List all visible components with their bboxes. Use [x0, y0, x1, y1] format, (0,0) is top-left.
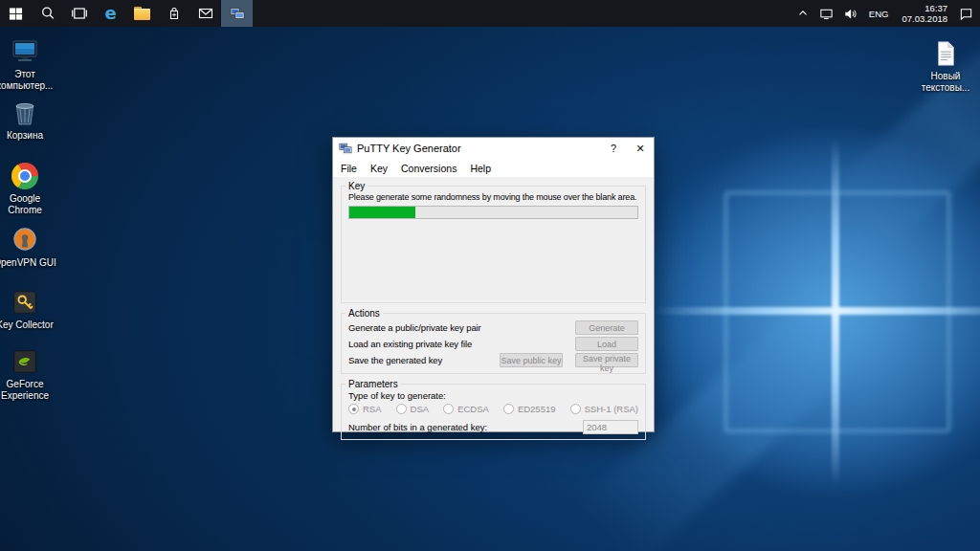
- radio-dsa[interactable]: DSA: [396, 404, 430, 414]
- taskbar-edge-button[interactable]: e: [95, 0, 126, 27]
- desktop-icon-geforce-experience[interactable]: GeForce Experience: [0, 346, 59, 401]
- key-progress-bar: [348, 206, 638, 219]
- window-help-button[interactable]: ?: [600, 138, 627, 159]
- radio-label: DSA: [411, 404, 430, 414]
- taskbar-store-button[interactable]: [158, 0, 189, 27]
- key-type-label: Type of key to generate:: [348, 390, 638, 401]
- taskbar-empty-space: [253, 0, 791, 27]
- volume-tray-button[interactable]: [838, 0, 862, 27]
- desktop-icon-new-text-document[interactable]: Новый текстовы...: [911, 38, 980, 93]
- taskbar-puttygen-button[interactable]: [221, 0, 253, 27]
- taskbar: e: [0, 0, 980, 27]
- screen: Этот компьютер... Корзина Google Chrome …: [0, 0, 980, 551]
- generate-button[interactable]: Generate: [575, 320, 638, 335]
- puttygen-window: PuTTY Key Generator ? ✕ File Key Convers…: [332, 137, 655, 432]
- file-explorer-icon: [134, 7, 150, 20]
- system-tray: ENG 16:37 07.03.2018: [791, 0, 980, 27]
- desktop-icon-label: Key Collector: [0, 320, 54, 331]
- edge-icon: e: [104, 6, 116, 21]
- text-document-icon: [930, 38, 961, 69]
- save-label: Save the generated key: [348, 355, 442, 365]
- titlebar[interactable]: PuTTY Key Generator ? ✕: [333, 138, 654, 159]
- radio-rsa[interactable]: RSA: [348, 404, 382, 414]
- radio-label: SSH-1 (RSA): [585, 404, 638, 414]
- search-button[interactable]: [32, 0, 63, 27]
- save-public-key-button[interactable]: Save public key: [500, 353, 563, 367]
- windows-wallpaper-logo: [724, 191, 950, 432]
- menu-key[interactable]: Key: [364, 159, 394, 177]
- action-center-button[interactable]: [954, 0, 978, 27]
- desktop-icon-google-chrome[interactable]: Google Chrome: [0, 161, 59, 215]
- actions-group: Actions Generate a public/private key pa…: [341, 308, 646, 374]
- start-button[interactable]: [0, 0, 32, 27]
- desktop-icon-label: Google Chrome: [0, 193, 58, 215]
- puttygen-icon: [230, 6, 245, 21]
- openvpn-icon: [10, 225, 40, 255]
- action-row-load: Load an existing private key file Load: [348, 336, 638, 352]
- window-client-area: Key Please generate some randomness by m…: [333, 177, 654, 446]
- action-row-generate: Generate a public/private key pair Gener…: [348, 320, 638, 336]
- desktop-icon-label: Новый текстовы...: [912, 71, 979, 93]
- desktop-icon-recycle-bin[interactable]: Корзина: [0, 98, 59, 142]
- this-pc-icon: [10, 36, 40, 67]
- radio-dot: [396, 404, 407, 414]
- radio-ed25519[interactable]: ED25519: [503, 404, 556, 414]
- bits-label: Number of bits in a generated key:: [348, 422, 487, 432]
- action-center-icon: [959, 7, 973, 21]
- radio-dot: [503, 404, 514, 414]
- randomness-area[interactable]: [348, 219, 638, 294]
- desktop-icon-this-pc[interactable]: Этот компьютер...: [0, 36, 59, 91]
- menu-file[interactable]: File: [334, 159, 364, 177]
- task-view-button[interactable]: [63, 0, 95, 27]
- clock-date: 07.03.2018: [902, 13, 947, 24]
- desktop-icon-openvpn-gui[interactable]: OpenVPN GUI: [0, 225, 59, 269]
- show-hidden-icons-button[interactable]: [791, 0, 814, 27]
- menubar: File Key Conversions Help: [333, 159, 654, 177]
- save-private-key-button[interactable]: Save private key: [575, 353, 638, 367]
- radio-ssh1-rsa[interactable]: SSH-1 (RSA): [570, 404, 638, 414]
- load-label: Load an existing private key file: [348, 339, 472, 349]
- radio-dot: [443, 404, 454, 414]
- chrome-icon: [10, 161, 40, 191]
- actions-group-label: Actions: [345, 308, 383, 319]
- taskbar-clock[interactable]: 16:37 07.03.2018: [895, 0, 954, 27]
- task-view-icon: [72, 6, 87, 21]
- puttygen-window-icon: [339, 142, 352, 155]
- radio-label: RSA: [363, 404, 382, 414]
- desktop-icon-label: OpenVPN GUI: [0, 257, 56, 269]
- radio-ecdsa[interactable]: ECDSA: [443, 404, 489, 414]
- generate-label: Generate a public/private key pair: [348, 322, 481, 333]
- randomness-instruction: Please generate some randomness by movin…: [348, 192, 638, 202]
- desktop-icon-label: Этот компьютер...: [0, 69, 58, 91]
- bits-row: Number of bits in a generated key:: [348, 420, 638, 434]
- menu-conversions[interactable]: Conversions: [394, 159, 463, 177]
- radio-label: ED25519: [518, 404, 556, 414]
- taskbar-mail-button[interactable]: [189, 0, 221, 27]
- window-close-button[interactable]: ✕: [627, 138, 654, 159]
- network-icon: [819, 7, 834, 21]
- radio-dot: [348, 404, 359, 414]
- radio-dot: [570, 404, 581, 414]
- progress-fill: [349, 207, 415, 218]
- speaker-icon: [843, 7, 858, 21]
- key-collector-icon: [10, 287, 40, 318]
- mail-icon: [198, 6, 213, 21]
- taskbar-file-explorer-button[interactable]: [126, 0, 158, 27]
- clock-time: 16:37: [902, 3, 947, 13]
- chevron-up-icon: [796, 7, 810, 20]
- radio-label: ECDSA: [457, 404, 489, 414]
- language-indicator[interactable]: ENG: [862, 0, 896, 27]
- geforce-icon: [10, 346, 40, 377]
- menu-help[interactable]: Help: [463, 159, 498, 177]
- parameters-group: Parameters Type of key to generate: RSA …: [341, 379, 646, 440]
- parameters-group-label: Parameters: [345, 379, 401, 389]
- windows-logo-icon: [9, 7, 23, 21]
- desktop-icon-label: Корзина: [7, 130, 43, 142]
- key-group: Key Please generate some randomness by m…: [341, 181, 646, 303]
- load-button[interactable]: Load: [575, 337, 638, 351]
- bits-input[interactable]: [583, 420, 638, 434]
- store-icon: [167, 6, 182, 21]
- desktop-icon-label: GeForce Experience: [0, 379, 58, 401]
- desktop-icon-key-collector[interactable]: Key Collector: [0, 287, 59, 331]
- network-tray-button[interactable]: [814, 0, 838, 27]
